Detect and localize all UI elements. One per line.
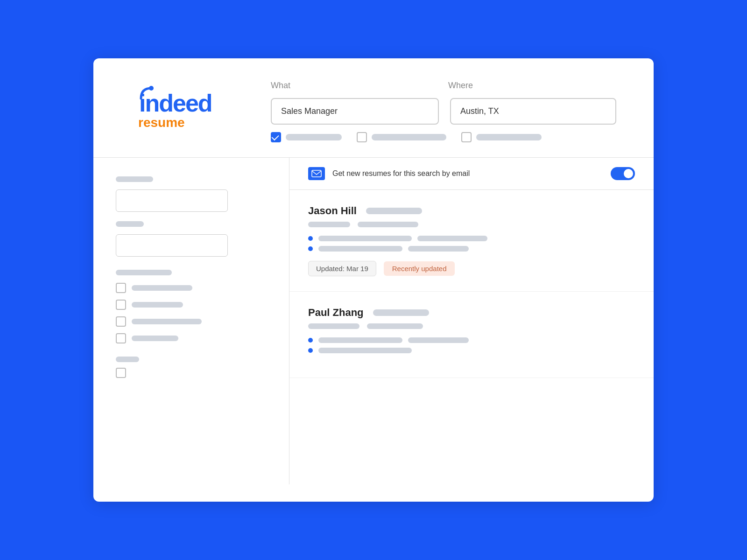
sidebar-checkbox-3[interactable] [116, 316, 126, 327]
bullet-pill-1a-2 [417, 236, 487, 241]
main-card: indeed resume What Where [93, 58, 654, 502]
checkbox-2-empty[interactable] [357, 132, 367, 142]
svg-rect-2 [312, 170, 321, 177]
bullet-dot-1b [308, 246, 313, 251]
email-icon [308, 167, 325, 180]
where-input[interactable] [450, 98, 616, 125]
where-label: Where [448, 81, 616, 91]
bullet-dot-2a [308, 338, 313, 343]
email-alert-text: Get new resumes for this search by email [332, 169, 611, 178]
result-name-row-2: Paul Zhang [308, 307, 635, 319]
recently-updated-badge-1: Recently updated [384, 261, 455, 276]
result-footer-1: Updated: Mar 19 Recently updated [308, 261, 635, 276]
filter-2[interactable] [357, 132, 446, 142]
body-layout: Get new resumes for this search by email… [93, 158, 654, 484]
sidebar-check-4[interactable] [116, 333, 267, 343]
bullet-pill-1b-2 [408, 246, 469, 252]
result-bullet-1b [308, 246, 635, 252]
filter-1-label [286, 134, 342, 140]
result-name-pill-2 [373, 309, 429, 316]
search-inputs [271, 98, 616, 125]
bullet-pill-1b-1 [318, 246, 402, 252]
what-input[interactable] [271, 98, 439, 125]
result-name-pill-1 [366, 208, 422, 214]
main-content: Get new resumes for this search by email… [289, 158, 654, 484]
result-name-row-1: Jason Hill [308, 205, 635, 217]
result-card-2: Paul Zhang [289, 292, 654, 378]
header: indeed resume What Where [93, 58, 654, 157]
checkbox-1-checked[interactable] [271, 132, 281, 142]
filter-1[interactable] [271, 132, 342, 142]
bullet-dot-1a [308, 236, 313, 241]
sidebar-label-2 [116, 221, 144, 227]
result-sub-pill-2a [308, 323, 359, 329]
bullet-dot-2b [308, 348, 313, 353]
sidebar-label-3 [116, 270, 172, 275]
results-list: Jason Hill [289, 190, 654, 378]
email-toggle[interactable] [611, 167, 635, 180]
result-sub-pill-1a [308, 222, 350, 227]
sidebar-label-1 [116, 176, 153, 182]
result-bullet-1a [308, 236, 635, 241]
result-sub-pill-2b [367, 323, 423, 329]
resume-logo: resume [138, 115, 233, 130]
sidebar-check-2[interactable] [116, 300, 267, 310]
bullet-pill-2b-1 [318, 348, 412, 353]
filter-2-label [372, 134, 446, 140]
bullet-pill-2a-2 [408, 337, 469, 343]
search-labels: What Where [271, 81, 616, 91]
sidebar-check-label-3 [132, 319, 202, 324]
sidebar-check-label-1 [132, 285, 192, 291]
checkbox-3-empty[interactable] [461, 132, 472, 142]
sidebar-small-pill [116, 357, 139, 362]
sidebar-input-2[interactable] [116, 234, 228, 257]
updated-text-1: Updated: Mar 19 [308, 261, 376, 276]
svg-text:indeed: indeed [139, 90, 212, 117]
result-sub-row-1 [308, 222, 635, 227]
sidebar-section-1 [116, 176, 267, 257]
sidebar-checkboxes [116, 283, 267, 343]
sidebar-checkbox-5[interactable] [116, 368, 126, 378]
sidebar-input-1[interactable] [116, 189, 228, 212]
sidebar-check-3[interactable] [116, 316, 267, 327]
result-name-1[interactable]: Jason Hill [308, 205, 357, 217]
result-bullets-2 [308, 337, 635, 353]
filter-3[interactable] [461, 132, 542, 142]
sidebar-check-label-2 [132, 302, 183, 308]
result-sub-row-2 [308, 323, 635, 329]
sidebar [93, 158, 289, 484]
sidebar-check-5[interactable] [116, 368, 267, 378]
sidebar-section-2 [116, 270, 267, 343]
result-card-1: Jason Hill [289, 190, 654, 292]
filter-3-label [476, 134, 542, 140]
bullet-pill-1a-1 [318, 236, 412, 241]
what-label: What [271, 81, 448, 91]
email-alert-bar: Get new resumes for this search by email [289, 158, 654, 190]
bullet-pill-2a-1 [318, 337, 402, 343]
result-bullet-2b [308, 348, 635, 353]
sidebar-check-label-4 [132, 336, 178, 341]
filter-row [271, 132, 616, 142]
sidebar-checkbox-4[interactable] [116, 333, 126, 343]
sidebar-check-1[interactable] [116, 283, 267, 293]
indeed-logo: indeed [131, 84, 233, 117]
result-sub-pill-1b [358, 222, 418, 227]
search-area: What Where [271, 81, 616, 142]
result-bullets-1 [308, 236, 635, 252]
logo-area: indeed resume [131, 81, 233, 130]
result-name-2[interactable]: Paul Zhang [308, 307, 364, 319]
sidebar-checkbox-2[interactable] [116, 300, 126, 310]
result-bullet-2a [308, 337, 635, 343]
sidebar-checkbox-1[interactable] [116, 283, 126, 293]
